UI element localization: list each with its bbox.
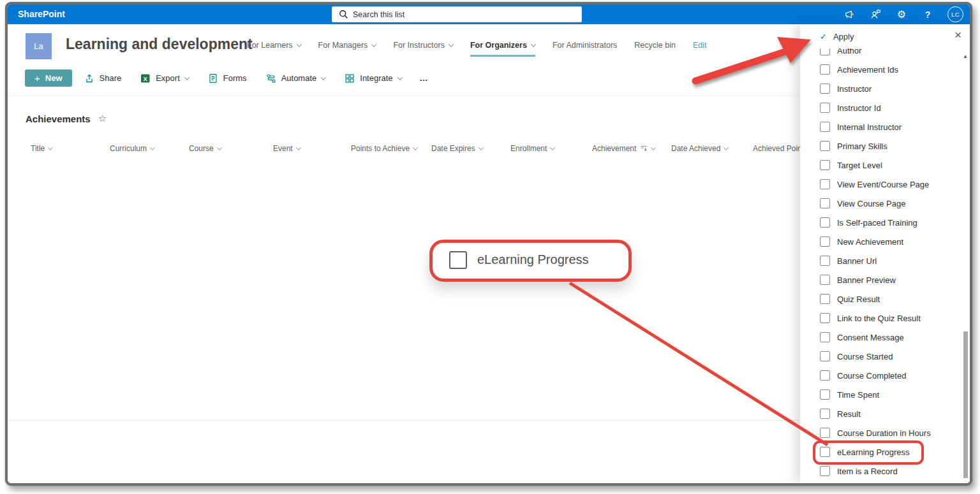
panel-item-internal-instructor[interactable]: Internal Instructor (800, 117, 960, 136)
apply-button[interactable]: ✓ Apply (820, 32, 854, 41)
checkbox[interactable] (820, 370, 830, 381)
share-icon (84, 73, 94, 84)
panel-item-item-is-a-record[interactable]: Item is a Record (800, 461, 960, 481)
checkbox[interactable] (820, 332, 830, 342)
panel-item-new-achievement[interactable]: New Achievement (800, 232, 960, 251)
panel-item-result[interactable]: Result (800, 404, 960, 423)
column-header-date-achieved[interactable]: Date Achieved (671, 144, 728, 153)
site-logo[interactable]: La (26, 33, 52, 59)
excel-icon: X (140, 73, 151, 84)
avatar[interactable]: LC (947, 6, 963, 22)
panel-item-achievement-ids[interactable]: Achievement Ids (800, 60, 960, 79)
checkbox[interactable] (820, 141, 830, 151)
checkbox[interactable] (820, 313, 830, 323)
panel-item-consent-message[interactable]: Consent Message (800, 328, 960, 347)
panel-item-banner-url[interactable]: Banner Url (800, 251, 960, 270)
nav-item-edit[interactable]: Edit (693, 41, 707, 57)
panel-item-instructor[interactable]: Instructor (800, 79, 960, 98)
panel-item-link-to-the-quiz-result[interactable]: Link to the Quiz Result (800, 309, 960, 328)
export-button[interactable]: XExport (133, 69, 196, 87)
feedback-icon[interactable] (869, 8, 882, 21)
close-icon[interactable]: × (954, 28, 961, 42)
chevron-down-icon (295, 145, 301, 150)
nav-item-recycle-bin[interactable]: Recycle bin (634, 41, 676, 57)
column-header-enrollment[interactable]: Enrollment (510, 144, 554, 153)
panel-item-quiz-result[interactable]: Quiz Result (800, 289, 960, 309)
panel-item-target-level[interactable]: Target Level (800, 156, 960, 175)
chevron-down-icon (550, 145, 555, 150)
panel-item-label: Instructor Id (837, 103, 881, 113)
overflow-button[interactable]: … (414, 73, 434, 83)
panel-item-time-spent[interactable]: Time Spent (800, 385, 960, 404)
nav-item-for-instructors[interactable]: For Instructors (393, 41, 453, 57)
column-header-date-expires[interactable]: Date Expires (431, 144, 483, 153)
checkbox[interactable] (820, 198, 830, 208)
checkbox[interactable] (820, 217, 830, 228)
megaphone-icon[interactable] (843, 8, 856, 21)
column-header-achievement[interactable]: Achievement (592, 144, 655, 153)
chevron-down-icon (413, 145, 418, 150)
column-header-points-to-achieve[interactable]: Points to Achieve (351, 144, 417, 153)
panel-item-view-course-page[interactable]: View Course Page (800, 194, 960, 213)
sharepoint-brand[interactable]: SharePoint (18, 9, 65, 19)
panel-item-course-duration-in-hours[interactable]: Course Duration in Hours (800, 423, 960, 442)
checkbox[interactable] (820, 389, 830, 400)
nav-item-for-learners[interactable]: For Learners (247, 41, 301, 57)
panel-item-primary-skills[interactable]: Primary Skills (800, 136, 960, 156)
checkbox[interactable] (820, 409, 830, 419)
command-label: Automate (281, 73, 317, 83)
checkbox[interactable] (820, 256, 830, 266)
nav-item-label: For Learners (247, 41, 293, 50)
chevron-down-icon (531, 41, 536, 47)
checkbox[interactable] (820, 160, 830, 170)
checkbox[interactable] (820, 275, 830, 285)
checkbox[interactable] (820, 84, 830, 94)
checkbox[interactable] (820, 294, 830, 304)
column-label: Date Achieved (671, 144, 720, 153)
checkbox[interactable] (820, 122, 830, 132)
checkbox[interactable] (820, 447, 830, 457)
column-header-curriculum[interactable]: Curriculum (110, 144, 154, 153)
nav-item-for-organizers[interactable]: For Organizers (470, 41, 535, 57)
checkbox[interactable] (820, 48, 830, 55)
favorite-star-icon[interactable]: ☆ (98, 113, 107, 124)
checkbox[interactable] (820, 64, 830, 75)
scrollbar-up-icon[interactable]: ▲ (963, 54, 968, 59)
checkbox[interactable] (820, 428, 830, 438)
automate-button[interactable]: Automate (259, 69, 333, 87)
column-header-achieved-poin[interactable]: Achieved Poin (753, 144, 802, 153)
column-header-course[interactable]: Course (189, 144, 221, 153)
nav-item-for-managers[interactable]: For Managers (318, 41, 376, 57)
scrollbar-thumb[interactable] (963, 331, 968, 478)
gear-icon[interactable]: ⚙ (895, 8, 908, 21)
panel-item-elearning-progress[interactable]: eLearning Progress (800, 442, 960, 461)
column-header-event[interactable]: Event (273, 144, 301, 153)
help-icon[interactable]: ? (921, 8, 934, 21)
share-button[interactable]: Share (77, 69, 129, 87)
panel-item-view-event-course-page[interactable]: View Event/Course Page (800, 175, 960, 194)
integrate-button[interactable]: Integrate (338, 69, 408, 87)
nav-item-label: For Managers (318, 41, 368, 50)
checkbox[interactable] (820, 179, 830, 189)
checkbox[interactable] (820, 236, 830, 247)
panel-item-label: Quiz Result (837, 294, 880, 304)
panel-item-course-started[interactable]: Course Started (800, 347, 960, 366)
column-type-icon (640, 145, 648, 152)
panel-item-course-completed[interactable]: Course Completed (800, 366, 960, 385)
panel-item-banner-preview[interactable]: Banner Preview (800, 270, 960, 289)
search-input[interactable] (353, 7, 576, 22)
search-box[interactable] (332, 6, 582, 22)
panel-item-label: Target Level (837, 161, 882, 170)
column-header-title[interactable]: Title (31, 144, 52, 153)
panel-item-instructor-id[interactable]: Instructor Id (800, 98, 960, 117)
chevron-down-icon (48, 145, 53, 150)
panel-item-author[interactable]: Author (800, 48, 960, 60)
nav-item-for-administrators[interactable]: For Administrators (553, 41, 617, 57)
checkbox[interactable] (820, 103, 830, 113)
forms-button[interactable]: Forms (201, 69, 254, 87)
panel-item-is-self-paced-training[interactable]: Is Self-paced Training (800, 213, 960, 232)
checkbox[interactable] (820, 351, 830, 361)
column-label: Achieved Poin (753, 144, 802, 153)
new-button[interactable]: + New (25, 69, 72, 87)
checkbox[interactable] (820, 466, 830, 476)
